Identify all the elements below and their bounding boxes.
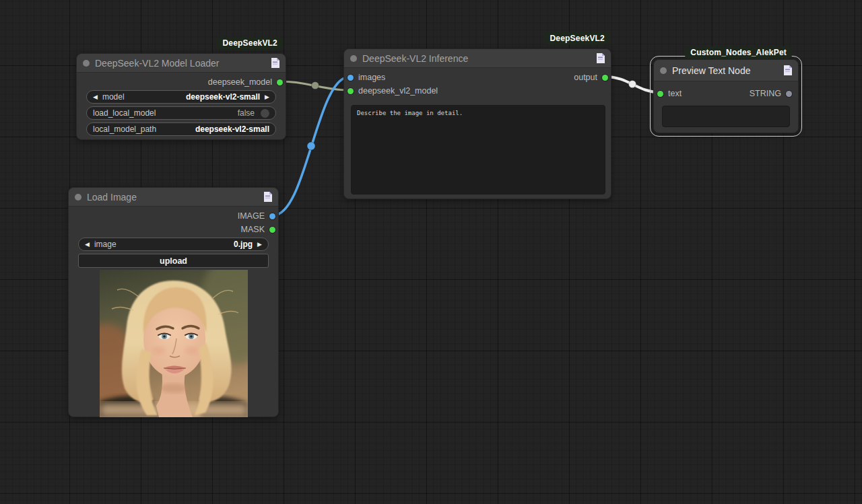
output-port-mask[interactable]: MASK bbox=[241, 223, 275, 236]
input-dot[interactable] bbox=[347, 88, 354, 94]
prompt-textarea[interactable]: Describe the image in detail. bbox=[351, 105, 605, 194]
port-label: text bbox=[668, 89, 682, 98]
node-title: Load Image bbox=[87, 192, 258, 203]
node-preview-text[interactable]: Preview Text Node text STRING bbox=[653, 59, 799, 133]
input-port-images[interactable]: images bbox=[347, 71, 385, 84]
node-model-loader[interactable]: DeepSeek-VL2 Model Loader deepseek_model… bbox=[76, 53, 286, 140]
node-type-badge: DeepSeekVL2 bbox=[544, 32, 610, 44]
toggle-knob[interactable] bbox=[261, 109, 269, 118]
input-dot[interactable] bbox=[347, 75, 354, 81]
widget-value: deepseek-vl2-small bbox=[186, 92, 260, 102]
link-midpoint-dot-model[interactable] bbox=[312, 82, 319, 89]
toggle-widget-load-local-model[interactable]: load_local_model false bbox=[86, 106, 276, 120]
text-widget-local-model-path[interactable]: local_model_path deepseek-vl2-small bbox=[86, 122, 276, 136]
node-type-badge: Custom_Nodes_AlekPet bbox=[685, 46, 792, 59]
port-label: deepseek_vl2_model bbox=[358, 86, 438, 96]
document-icon[interactable] bbox=[596, 53, 605, 63]
preview-text-area[interactable] bbox=[662, 106, 790, 127]
output-port-image[interactable]: IMAGE bbox=[238, 209, 275, 223]
collapse-dot[interactable] bbox=[350, 55, 357, 62]
widget-label: load_local_model bbox=[93, 108, 233, 118]
output-dot[interactable] bbox=[269, 213, 275, 219]
widget-value: deepseek-vl2-small bbox=[195, 124, 269, 134]
port-label: MASK bbox=[241, 225, 265, 234]
node-header[interactable]: Preview Text Node bbox=[654, 60, 798, 81]
link-midpoint-dot-string[interactable] bbox=[629, 81, 636, 88]
output-dot[interactable] bbox=[786, 91, 792, 97]
node-load-image[interactable]: Load Image IMAGE MASK ◀ image 0.jpg ▶ up… bbox=[68, 187, 279, 417]
port-label: deepseek_model bbox=[208, 77, 272, 87]
combo-prev-icon[interactable]: ◀ bbox=[85, 242, 90, 248]
input-dot[interactable] bbox=[657, 91, 663, 97]
port-label: STRING bbox=[750, 89, 781, 98]
output-dot[interactable] bbox=[277, 79, 283, 85]
port-label: IMAGE bbox=[238, 211, 265, 221]
document-icon[interactable] bbox=[783, 65, 792, 75]
port-label: output bbox=[574, 73, 597, 82]
combo-next-icon[interactable]: ▶ bbox=[257, 242, 262, 248]
widget-value: false bbox=[238, 108, 255, 118]
input-port-deepseek-vl2-model[interactable]: deepseek_vl2_model bbox=[347, 84, 438, 98]
output-dot[interactable] bbox=[269, 227, 275, 233]
upload-button[interactable]: upload bbox=[78, 254, 269, 268]
node-header[interactable]: Load Image bbox=[69, 188, 278, 207]
combo-next-icon[interactable]: ▶ bbox=[265, 94, 269, 100]
collapse-dot[interactable] bbox=[75, 194, 81, 201]
widget-label: image bbox=[94, 240, 229, 249]
node-title: DeepSeek-VL2 Inference bbox=[362, 53, 591, 64]
document-icon[interactable] bbox=[271, 58, 279, 68]
widget-label: local_model_path bbox=[93, 124, 191, 134]
node-inference[interactable]: DeepSeek-VL2 Inference images deepseek_v… bbox=[343, 48, 611, 199]
document-icon[interactable] bbox=[263, 192, 272, 202]
input-port-text[interactable]: text bbox=[657, 87, 682, 100]
combo-widget-image[interactable]: ◀ image 0.jpg ▶ bbox=[78, 238, 269, 251]
node-header[interactable]: DeepSeek-VL2 Inference bbox=[344, 49, 611, 68]
output-port-output[interactable]: output bbox=[574, 71, 608, 84]
node-type-badge: DeepSeekVL2 bbox=[217, 37, 283, 49]
collapse-dot[interactable] bbox=[83, 60, 90, 67]
link-midpoint-dot-image[interactable] bbox=[307, 142, 315, 150]
widget-value: 0.jpg bbox=[234, 240, 253, 249]
image-preview-portrait bbox=[100, 270, 248, 417]
collapse-dot[interactable] bbox=[660, 67, 667, 74]
output-dot[interactable] bbox=[602, 75, 608, 81]
node-title: DeepSeek-VL2 Model Loader bbox=[95, 58, 265, 69]
output-port-string[interactable]: STRING bbox=[750, 87, 792, 100]
port-label: images bbox=[358, 73, 385, 82]
node-title: Preview Text Node bbox=[672, 65, 778, 76]
output-port-deepseek-model[interactable]: deepseek_model bbox=[208, 75, 283, 89]
widget-label: model bbox=[102, 92, 181, 102]
combo-prev-icon[interactable]: ◀ bbox=[93, 94, 98, 100]
node-graph-canvas[interactable]: DeepSeekVL2 DeepSeekVL2 Custom_Nodes_Ale… bbox=[0, 0, 862, 504]
node-header[interactable]: DeepSeek-VL2 Model Loader bbox=[77, 54, 286, 73]
combo-widget-model[interactable]: ◀ model deepseek-vl2-small ▶ bbox=[86, 90, 276, 104]
